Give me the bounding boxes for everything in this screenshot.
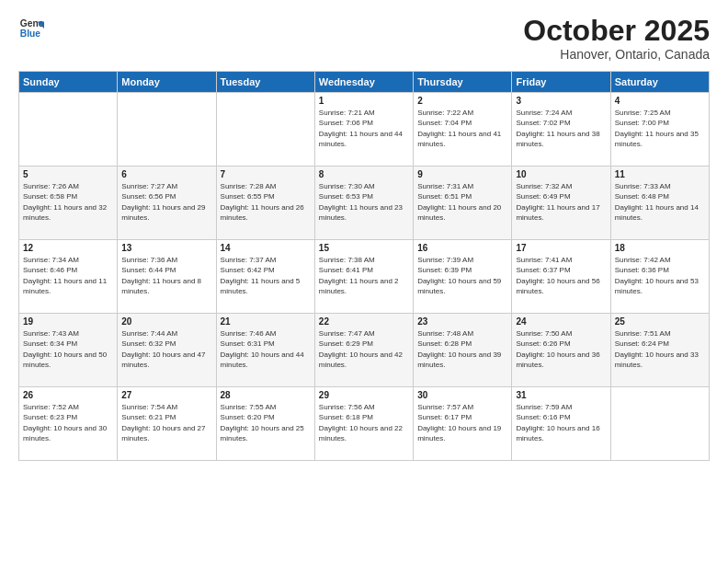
week-row-1: 1Sunrise: 7:21 AM Sunset: 7:06 PM Daylig… [19, 93, 710, 167]
cell-2-3: 15Sunrise: 7:38 AM Sunset: 6:41 PM Dayli… [314, 240, 413, 314]
day-info: Sunrise: 7:39 AM Sunset: 6:39 PM Dayligh… [417, 255, 507, 296]
col-sunday: Sunday [19, 72, 118, 93]
col-monday: Monday [118, 72, 216, 93]
cell-1-3: 8Sunrise: 7:30 AM Sunset: 6:53 PM Daylig… [314, 167, 413, 240]
cell-2-2: 14Sunrise: 7:37 AM Sunset: 6:42 PM Dayli… [216, 240, 314, 314]
day-info: Sunrise: 7:24 AM Sunset: 7:02 PM Dayligh… [516, 108, 606, 149]
cell-2-5: 17Sunrise: 7:41 AM Sunset: 6:37 PM Dayli… [512, 240, 610, 314]
cell-1-2: 7Sunrise: 7:28 AM Sunset: 6:55 PM Daylig… [216, 167, 314, 240]
location: Hanover, Ontario, Canada [523, 47, 710, 62]
day-info: Sunrise: 7:26 AM Sunset: 6:58 PM Dayligh… [23, 181, 113, 223]
day-number: 11 [615, 169, 705, 179]
cell-3-6: 25Sunrise: 7:51 AM Sunset: 6:24 PM Dayli… [610, 314, 709, 387]
week-row-4: 19Sunrise: 7:43 AM Sunset: 6:34 PM Dayli… [19, 314, 710, 387]
cell-1-0: 5Sunrise: 7:26 AM Sunset: 6:58 PM Daylig… [19, 167, 118, 240]
day-info: Sunrise: 7:52 AM Sunset: 6:23 PM Dayligh… [23, 402, 113, 443]
day-number: 26 [23, 390, 113, 400]
cell-4-0: 26Sunrise: 7:52 AM Sunset: 6:23 PM Dayli… [19, 387, 118, 461]
cell-3-1: 20Sunrise: 7:44 AM Sunset: 6:32 PM Dayli… [118, 314, 216, 387]
day-number: 7 [221, 169, 311, 179]
day-number: 9 [417, 169, 507, 179]
day-info: Sunrise: 7:55 AM Sunset: 6:20 PM Dayligh… [221, 402, 311, 443]
day-number: 31 [516, 390, 606, 400]
cell-0-3: 1Sunrise: 7:21 AM Sunset: 7:06 PM Daylig… [314, 93, 413, 167]
day-number: 12 [23, 243, 113, 253]
col-tuesday: Tuesday [216, 72, 314, 93]
day-info: Sunrise: 7:28 AM Sunset: 6:55 PM Dayligh… [221, 181, 311, 223]
day-info: Sunrise: 7:22 AM Sunset: 7:04 PM Dayligh… [417, 108, 507, 149]
col-friday: Friday [512, 72, 610, 93]
week-row-2: 5Sunrise: 7:26 AM Sunset: 6:58 PM Daylig… [19, 167, 710, 240]
header: General Blue October 2025 Hanover, Ontar… [18, 15, 710, 62]
cell-2-6: 18Sunrise: 7:42 AM Sunset: 6:36 PM Dayli… [610, 240, 709, 314]
cell-3-5: 24Sunrise: 7:50 AM Sunset: 6:26 PM Dayli… [512, 314, 610, 387]
day-number: 3 [516, 96, 606, 106]
day-info: Sunrise: 7:59 AM Sunset: 6:16 PM Dayligh… [516, 402, 606, 443]
day-number: 25 [615, 316, 705, 327]
day-number: 28 [221, 390, 311, 400]
day-info: Sunrise: 7:46 AM Sunset: 6:31 PM Dayligh… [221, 328, 311, 370]
cell-3-4: 23Sunrise: 7:48 AM Sunset: 6:28 PM Dayli… [414, 314, 512, 387]
day-info: Sunrise: 7:32 AM Sunset: 6:49 PM Dayligh… [516, 181, 606, 223]
month-title: October 2025 [523, 15, 710, 47]
day-info: Sunrise: 7:36 AM Sunset: 6:44 PM Dayligh… [121, 255, 211, 296]
day-number: 23 [417, 316, 507, 327]
day-info: Sunrise: 7:50 AM Sunset: 6:26 PM Dayligh… [516, 328, 606, 370]
day-info: Sunrise: 7:43 AM Sunset: 6:34 PM Dayligh… [23, 328, 113, 370]
cell-0-2 [216, 93, 314, 167]
week-row-3: 12Sunrise: 7:34 AM Sunset: 6:46 PM Dayli… [19, 240, 710, 314]
week-row-5: 26Sunrise: 7:52 AM Sunset: 6:23 PM Dayli… [19, 387, 710, 461]
cell-0-4: 2Sunrise: 7:22 AM Sunset: 7:04 PM Daylig… [414, 93, 512, 167]
day-number: 17 [516, 243, 606, 253]
day-info: Sunrise: 7:30 AM Sunset: 6:53 PM Dayligh… [319, 181, 409, 223]
day-info: Sunrise: 7:31 AM Sunset: 6:51 PM Dayligh… [417, 181, 507, 223]
cell-4-6 [610, 387, 709, 461]
day-number: 22 [319, 316, 409, 327]
day-info: Sunrise: 7:37 AM Sunset: 6:42 PM Dayligh… [221, 255, 311, 296]
day-number: 18 [615, 243, 705, 253]
col-thursday: Thursday [414, 72, 512, 93]
calendar-header-row: Sunday Monday Tuesday Wednesday Thursday… [19, 72, 710, 93]
cell-4-1: 27Sunrise: 7:54 AM Sunset: 6:21 PM Dayli… [118, 387, 216, 461]
day-info: Sunrise: 7:41 AM Sunset: 6:37 PM Dayligh… [516, 255, 606, 296]
day-info: Sunrise: 7:38 AM Sunset: 6:41 PM Dayligh… [319, 255, 409, 296]
cell-1-6: 11Sunrise: 7:33 AM Sunset: 6:48 PM Dayli… [610, 167, 709, 240]
day-info: Sunrise: 7:27 AM Sunset: 6:56 PM Dayligh… [121, 181, 211, 223]
day-number: 2 [417, 96, 507, 106]
day-number: 21 [221, 316, 311, 327]
day-number: 19 [23, 316, 113, 327]
day-info: Sunrise: 7:57 AM Sunset: 6:17 PM Dayligh… [417, 402, 507, 443]
cell-3-3: 22Sunrise: 7:47 AM Sunset: 6:29 PM Dayli… [314, 314, 413, 387]
day-info: Sunrise: 7:47 AM Sunset: 6:29 PM Dayligh… [319, 328, 409, 370]
day-info: Sunrise: 7:25 AM Sunset: 7:00 PM Dayligh… [615, 108, 705, 149]
day-number: 4 [615, 96, 705, 106]
calendar-table: Sunday Monday Tuesday Wednesday Thursday… [18, 71, 710, 461]
day-number: 14 [221, 243, 311, 253]
day-number: 30 [417, 390, 507, 400]
cell-0-6: 4Sunrise: 7:25 AM Sunset: 7:00 PM Daylig… [610, 93, 709, 167]
logo: General Blue [18, 15, 44, 40]
day-number: 13 [121, 243, 211, 253]
day-info: Sunrise: 7:34 AM Sunset: 6:46 PM Dayligh… [23, 255, 113, 296]
cell-0-0 [19, 93, 118, 167]
cell-4-3: 29Sunrise: 7:56 AM Sunset: 6:18 PM Dayli… [314, 387, 413, 461]
cell-1-5: 10Sunrise: 7:32 AM Sunset: 6:49 PM Dayli… [512, 167, 610, 240]
cell-1-4: 9Sunrise: 7:31 AM Sunset: 6:51 PM Daylig… [414, 167, 512, 240]
day-info: Sunrise: 7:42 AM Sunset: 6:36 PM Dayligh… [615, 255, 705, 296]
day-number: 8 [319, 169, 409, 179]
day-info: Sunrise: 7:33 AM Sunset: 6:48 PM Dayligh… [615, 181, 705, 223]
cell-1-1: 6Sunrise: 7:27 AM Sunset: 6:56 PM Daylig… [118, 167, 216, 240]
col-saturday: Saturday [610, 72, 709, 93]
day-number: 15 [319, 243, 409, 253]
cell-4-2: 28Sunrise: 7:55 AM Sunset: 6:20 PM Dayli… [216, 387, 314, 461]
day-number: 27 [121, 390, 211, 400]
day-number: 16 [417, 243, 507, 253]
day-info: Sunrise: 7:44 AM Sunset: 6:32 PM Dayligh… [121, 328, 211, 370]
cell-2-1: 13Sunrise: 7:36 AM Sunset: 6:44 PM Dayli… [118, 240, 216, 314]
day-info: Sunrise: 7:51 AM Sunset: 6:24 PM Dayligh… [615, 328, 705, 370]
day-number: 1 [319, 96, 409, 106]
cell-3-0: 19Sunrise: 7:43 AM Sunset: 6:34 PM Dayli… [19, 314, 118, 387]
logo-icon: General Blue [18, 15, 44, 40]
day-number: 20 [121, 316, 211, 327]
cell-4-5: 31Sunrise: 7:59 AM Sunset: 6:16 PM Dayli… [512, 387, 610, 461]
